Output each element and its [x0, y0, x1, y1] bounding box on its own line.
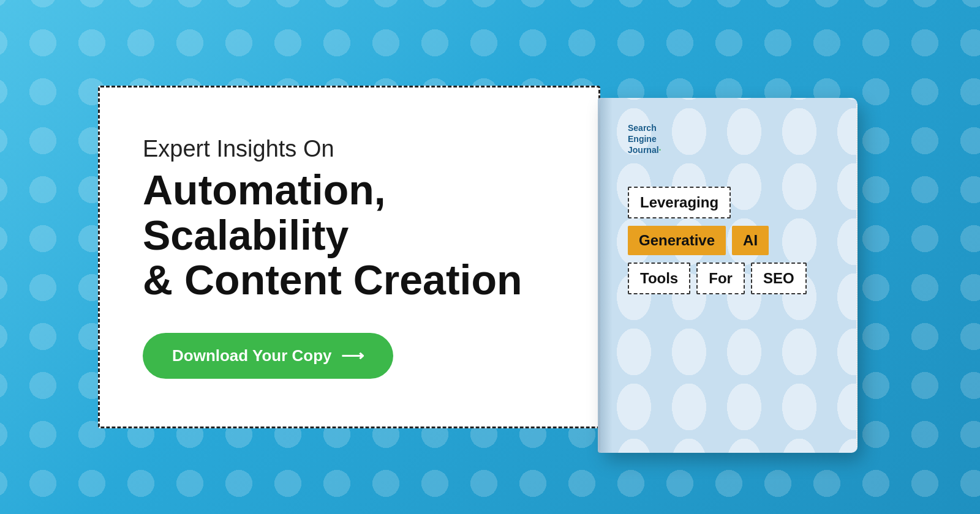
book-title-section: Leveraging Generative AI Tools For SEO	[628, 187, 836, 294]
book-publisher-logo: Search Engine Journal·	[628, 122, 836, 156]
book-title-row-3: Tools For SEO	[628, 263, 836, 294]
publisher-line1: Search	[628, 123, 657, 133]
promo-title-line2: & Content Creation	[143, 256, 522, 303]
book-tag-leveraging: Leveraging	[628, 187, 731, 218]
publisher-line3: Journal	[628, 145, 659, 155]
promo-subtitle: Expert Insights On	[143, 135, 556, 163]
book-tag-tools: Tools	[628, 263, 690, 294]
publisher-line2: Engine	[628, 134, 657, 144]
book-title-row-1: Leveraging	[628, 187, 836, 218]
book-tag-generative: Generative	[628, 226, 726, 255]
book-tag-for: For	[696, 263, 745, 294]
book-wrapper: Search Engine Journal· Leveraging Genera…	[600, 98, 894, 477]
book-title-row-2: Generative AI	[628, 226, 836, 255]
book-content: Search Engine Journal· Leveraging Genera…	[600, 98, 858, 453]
promo-box: Expert Insights On Automation, Scalabili…	[98, 86, 600, 428]
publisher-dot: ·	[659, 145, 662, 155]
book-cover: Search Engine Journal· Leveraging Genera…	[600, 98, 858, 453]
book-tag-seo: SEO	[751, 263, 807, 294]
main-container: Expert Insights On Automation, Scalabili…	[98, 55, 882, 459]
promo-title: Automation, Scalability & Content Creati…	[143, 168, 556, 302]
book-tag-ai: AI	[732, 226, 769, 255]
arrow-icon: ⟶	[341, 346, 364, 365]
promo-title-line1: Automation, Scalability	[143, 166, 386, 258]
cta-button-label: Download Your Copy	[172, 346, 331, 365]
download-cta-button[interactable]: Download Your Copy ⟶	[143, 333, 393, 379]
